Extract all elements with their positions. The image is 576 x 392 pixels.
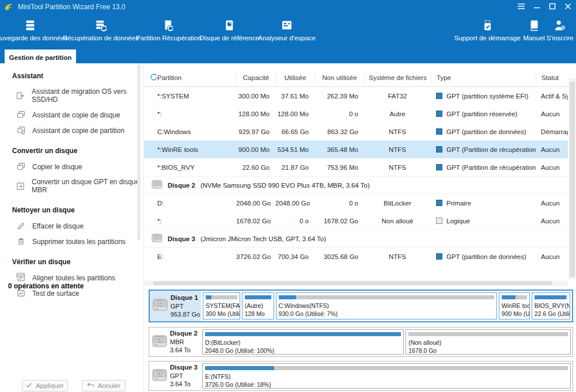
copy-partition-icon [16, 126, 25, 135]
table-horizontal-scrollbar[interactable] [144, 280, 568, 286]
toolbar-item-label: Sauvegarde des données [0, 35, 68, 41]
column-header-statut[interactable]: Statut [536, 72, 568, 83]
sidebar-item[interactable]: Convertir un disque GPT en disque MBR [0, 174, 143, 197]
partition-block-label: SYSTEM(FAT3: [206, 302, 240, 310]
disk-map-partition-block[interactable]: WinRE tools(I900 Mo (Utili: [499, 292, 530, 319]
sidebar-item-label: Assistant de copie de disque [32, 111, 120, 119]
column-header-type[interactable]: Type [431, 72, 536, 83]
sidebar-item[interactable]: Assistant de copie de partition [0, 123, 143, 138]
disk-map-panel: Disque 1GPT953.87 GoSYSTEM(FAT3:300 Mo (… [144, 286, 576, 392]
disk-group-row[interactable]: Disque 2(NVMe Samsung SSD 990 EVO Plus 4… [144, 176, 568, 194]
maximize-icon [549, 2, 556, 12]
toolbar-item-partition-recovery[interactable]: Partition Récupération [136, 18, 202, 41]
sidebar-sections: AssistantAssistant de migration OS vers … [0, 72, 143, 301]
disk-map-partition-block[interactable]: C:Windows(NTFS)930.0 Go (Utilisé: 7%) [276, 292, 497, 319]
column-header-partition[interactable]: Partition [144, 72, 236, 83]
tab-partition-management[interactable]: Gestion de partition [5, 50, 76, 65]
menu-button[interactable] [516, 1, 526, 13]
partition-row[interactable]: C:Windows929.97 Go66.65 Go863.32 GoNTFSG… [144, 123, 568, 140]
unused-value: 0 o [314, 111, 364, 117]
disk-map-partitions: SYSTEM(FAT3:300 Mo (Utili:(Autre)128 MoC… [201, 291, 572, 321]
partition-row[interactable]: *:SYSTEM300.00 Mo37.61 Mo262.39 MoFAT32G… [144, 87, 568, 105]
disk-scheme: GPT [170, 302, 200, 310]
disk-group-name: Disque 3 [168, 235, 195, 242]
sidebar-item[interactable]: Assistant de copie de disque [0, 107, 143, 123]
maximize-button[interactable] [547, 1, 558, 13]
table-vertical-scrollbar[interactable] [569, 78, 576, 279]
minimize-icon [533, 2, 540, 12]
disk-map-label[interactable]: Disque 3GPT3.64 To [149, 361, 200, 390]
partition-row[interactable]: *:BIOS_RVY22.60 Go21.87 Go753.96 MoNTFSG… [144, 158, 568, 176]
sidebar-item[interactable]: Effacer le disque [0, 218, 143, 234]
partition-block-label: D:(BitLocker) [205, 338, 403, 347]
partition-row[interactable]: *:1678.02 Go0 o1678.02 GoNon allouéLogiq… [144, 212, 568, 230]
action-sidebar: AssistantAssistant de migration OS vers … [0, 63, 144, 392]
sidebar-item-label: Aligner toutes les partitions [32, 274, 115, 282]
partition-name: D: [144, 200, 236, 207]
toolbar-item-data-recovery[interactable]: Récupération de données [63, 18, 139, 41]
toolbar-item-disk-benchmark[interactable]: Disque de référence [199, 18, 259, 41]
apply-button[interactable]: Appliquer [22, 380, 68, 391]
disk-map-partition-block[interactable]: SYSTEM(FAT3:300 Mo (Utili: [203, 292, 240, 319]
toolbar-item-manual[interactable]: Manuel [523, 18, 545, 41]
minitool-partition-wizard-window: MiniTool Partition Wizard Free 13.0 Sauv… [0, 0, 576, 392]
column-header-capacit-[interactable]: Capacité [236, 72, 275, 83]
disk-map-partition-block[interactable]: (Autre)128 Mo [242, 292, 274, 319]
sidebar-item[interactable]: Copier le disque [0, 159, 143, 174]
sidebar-item[interactable]: Assistant de migration OS vers SSD/HD [0, 84, 143, 107]
disk-map-partition-block[interactable]: (Non alloué)1678.0 Go [406, 329, 571, 355]
column-header-syst-me-de-fichiers[interactable]: Système de fichiers [364, 72, 431, 83]
cancel-button[interactable]: Annuler [82, 380, 126, 391]
used-value: 37.61 Mo [275, 93, 314, 100]
column-header-label: Capacité [243, 74, 269, 81]
disk-map-label[interactable]: Disque 2MBR3.64 To [149, 328, 200, 356]
disk-map-partition-block[interactable]: E:(NTFS)3726.0 Go (Utilisé: 18%) [202, 363, 571, 389]
partition-block-info: 3726.0 Go (Utilisé: 18%) [205, 380, 570, 389]
toolbar-item-space-analyzer[interactable]: Analyseur d'espace [258, 18, 316, 41]
status-value: Aucun [536, 164, 568, 171]
partition-block-info: 22.6 Go (Utili: [535, 310, 570, 318]
column-header-utilis-e[interactable]: Utilisée [275, 72, 314, 83]
data-recovery-icon [94, 18, 107, 32]
partition-row[interactable]: *:WinRE tools900.00 Mo534.51 Mo365.48 Mo… [144, 140, 568, 158]
disk-drive-icon-sm [151, 234, 162, 243]
toolbar-item-label: Support de démarrage [454, 35, 520, 41]
filesystem-value: NTFS [364, 164, 431, 171]
unused-value: 863.32 Go [314, 128, 364, 135]
partition-row[interactable]: D:2048.00 Go2048.00 Go0 oBitLockerPrimai… [144, 194, 568, 212]
title-bar: MiniTool Partition Wizard Free 13.0 [0, 0, 576, 14]
toolbar-item-boot-media[interactable]: Support de démarrage [454, 18, 520, 41]
disk-group-row[interactable]: Disque 3(Jmicron JMicron Tech USB, GPT, … [144, 230, 568, 248]
disk-map-partitions: E:(NTFS)3726.0 Go (Utilisé: 18%) [200, 361, 573, 390]
toolbar-item-register[interactable]: S'inscrire [547, 18, 574, 41]
disk-map-partitions: D:(BitLocker)2048.0 Go (Utilisé: 100%)(N… [200, 328, 573, 356]
partition-type-square-icon [436, 164, 442, 170]
unused-value: 753.96 Mo [314, 164, 364, 171]
capacity-value: 22.60 Go [236, 164, 275, 171]
minimize-button[interactable] [532, 1, 542, 13]
partition-block-label: (Non alloué) [408, 338, 570, 347]
partition-block-label: (Autre) [245, 302, 274, 310]
column-header-non-utilis-e[interactable]: Non utilisée [314, 72, 364, 83]
disk-map-partition-block[interactable]: BIOS_RVY(NT22.6 Go (Utili: [532, 292, 570, 319]
check-icon [26, 382, 32, 389]
disk-map-label[interactable]: Disque 1GPT953.87 Go [150, 291, 201, 321]
filesystem-value: NTFS [364, 128, 431, 135]
cancel-button-label: Annuler [98, 382, 121, 389]
filesystem-value: Non alloué [364, 218, 431, 224]
partition-row[interactable]: E:3726.02 Go700.34 Go3025.68 GoNTFSGPT (… [144, 248, 568, 265]
column-header-label: Type [437, 74, 451, 81]
unused-value: 262.39 Mo [314, 93, 364, 100]
partition-usage-bar [279, 295, 494, 299]
unused-value: 365.48 Mo [314, 146, 364, 153]
disk-map-partition-block[interactable]: D:(BitLocker)2048.0 Go (Utilisé: 100%) [202, 329, 404, 355]
disk-scheme: MBR [170, 338, 198, 346]
sidebar-item[interactable]: Supprimer toutes les partitions [0, 234, 143, 249]
partition-usage-bar [408, 332, 568, 336]
type-value: GPT (partition de données) [446, 128, 526, 135]
sidebar-scrollbar[interactable] [137, 64, 141, 241]
status-value: Aucun [536, 200, 568, 207]
close-button[interactable] [563, 1, 573, 13]
toolbar-item-backup[interactable]: Sauvegarde des données [0, 18, 68, 41]
partition-row[interactable]: *:128.00 Mo128.00 Mo0 oAutreGPT (partiti… [144, 105, 568, 123]
